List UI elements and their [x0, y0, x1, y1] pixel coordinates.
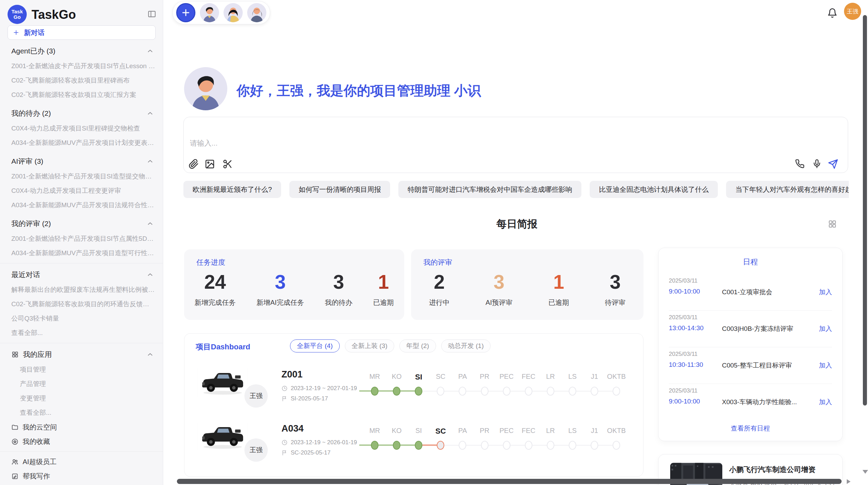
scroll-right-arrow-icon[interactable] [847, 479, 851, 484]
stat-label: 新增完成任务 [194, 298, 236, 307]
event-title: C001-立项审批会 [722, 288, 772, 297]
horizontal-scrollbar[interactable] [177, 479, 842, 484]
scissors-icon[interactable] [222, 159, 233, 169]
recent-chat-item[interactable]: C02-飞腾新能源轻客改款项目的闭环通告反馈情况 [0, 297, 163, 311]
milestone-dot [415, 387, 422, 396]
sidebar-section-3-header[interactable]: 我的评审 (2) [0, 216, 163, 232]
people-icon [11, 458, 19, 465]
dashboard-filter-chip[interactable]: 动总开发 (1) [441, 339, 491, 352]
news-title: 小鹏飞行汽车制造公司增资 [729, 465, 816, 474]
app-item[interactable]: 项目管理 [0, 362, 163, 377]
sidebar-tool-label: 帮我写作 [23, 472, 50, 481]
apps-view-all-link[interactable]: 查看全部... [0, 406, 163, 420]
project-row[interactable]: 王强Z0012023-12-19 ~ 2027-01-19SI-2025-05-… [184, 360, 643, 414]
dashboard-filter-chip[interactable]: 年型 (2) [399, 339, 436, 352]
milestone-label: OKTB [605, 427, 627, 435]
recent-view-all-link[interactable]: 查看全部... [0, 326, 163, 340]
stat-block: 3新增AI完成任务 [256, 271, 304, 307]
sidebar-task-item[interactable]: C0X4-动力总成开发项目SI里程碑提交物检查 [0, 121, 163, 136]
project-code: A034 [281, 423, 304, 434]
project-row-partial[interactable] [184, 469, 643, 477]
app-item[interactable]: 变更管理 [0, 391, 163, 406]
sidebar-tool-item[interactable]: AI超级员工 [0, 455, 163, 469]
recent-chats-header[interactable]: 最近对话 [0, 267, 163, 283]
event-time: 9:00-10:00 [669, 288, 700, 295]
collapse-sidebar-icon[interactable] [147, 10, 156, 18]
scroll-down-arrow-icon[interactable] [863, 470, 868, 474]
view-all-schedule-link[interactable]: 查看所有日程 [659, 424, 842, 433]
project-row[interactable]: 王强A0342023-12-19 ~ 2026-01-19SC-2025-05-… [184, 414, 643, 469]
chat-input[interactable]: 请输入... [183, 117, 848, 173]
stat-block: 24新增完成任务 [194, 271, 236, 307]
suggestion-chip[interactable]: 欧洲新规最近颁布了什么? [183, 181, 281, 198]
sidebar-tool-item[interactable]: 创意制图 [0, 483, 163, 485]
new-chat-button[interactable]: 新对话 [8, 25, 156, 40]
stat-row: 2进行中3AI预评审1已逾期3待评审 [411, 271, 643, 316]
sidebar-section-2-header[interactable]: AI评审 (3) [0, 153, 163, 169]
chevron-up-icon[interactable] [146, 158, 154, 165]
divider [0, 263, 163, 263]
add-agent-button[interactable] [176, 3, 195, 22]
sidebar-scroll: Agent已办 (3)Z001-全新燃油皮卡产品开发项目SI节点Lesson L… [0, 40, 163, 485]
sidebar-section-1-header[interactable]: 我的待办 (2) [0, 105, 163, 121]
sidebar-task-item[interactable]: Z001-全新燃油轻卡产品开发项目SI节点属性5D文件评审 [0, 232, 163, 246]
user-avatar[interactable]: 王强 [844, 3, 861, 20]
bell-icon[interactable] [827, 8, 837, 18]
milestone-label: LR [540, 427, 562, 435]
chevron-up-icon[interactable] [146, 110, 154, 117]
owner-badge: 王强 [244, 384, 268, 408]
mic-icon[interactable] [812, 159, 822, 169]
recent-chat-item[interactable]: 公司Q3轻卡销量 [0, 311, 163, 326]
chevron-up-icon[interactable] [146, 351, 154, 358]
sidebar-task-item[interactable]: Z001-全新燃油轻卡产品开发项目SI造型提交物评审 [0, 169, 163, 184]
sidebar-link-star-circle[interactable]: 我的收藏 [0, 434, 163, 449]
layout-grid-icon[interactable] [828, 220, 837, 228]
suggestion-chip[interactable]: 如何写一份清晰的项目周报 [289, 181, 390, 198]
suggestion-chip[interactable]: 特朗普可能对进口汽车增税会对中国车企造成哪些影响 [398, 181, 581, 198]
flag-icon [281, 450, 288, 456]
sidebar-section-0-header[interactable]: Agent已办 (3) [0, 43, 163, 59]
chevron-up-icon[interactable] [146, 220, 154, 227]
sidebar-task-item[interactable]: A034-全新新能源MUV产品开发项目造型可行性评审 [0, 246, 163, 260]
paperclip-icon[interactable] [189, 159, 199, 169]
dashboard-filter-chip[interactable]: 全新上装 (3) [345, 339, 395, 352]
stat-block: 3AI预评审 [485, 271, 513, 307]
divider [0, 343, 163, 343]
schedule-event: 2025/03/1110:30-11:30C005-整车工程目标评审加入 [659, 347, 842, 384]
greeting-text: 你好，王强，我是你的项目管理助理 小识 [237, 82, 481, 100]
stat-value: 24 [204, 271, 226, 293]
send-icon[interactable] [828, 159, 838, 169]
vertical-scrollbar[interactable] [863, 15, 867, 406]
milestone-label: PEC [496, 427, 518, 435]
join-button[interactable]: 加入 [819, 288, 832, 297]
join-button[interactable]: 加入 [819, 398, 832, 407]
phone-icon[interactable] [795, 159, 805, 169]
image-icon[interactable] [205, 159, 215, 169]
app-item[interactable]: 产品管理 [0, 377, 163, 391]
stat-label: 新增AI完成任务 [256, 298, 304, 307]
sidebar-task-item[interactable]: C02-飞腾新能源轻客改款项目里程碑画布 [0, 73, 163, 88]
input-placeholder: 请输入... [190, 138, 218, 148]
suggestion-chip[interactable]: 当下年轻人对汽车外观有怎样的喜好趋势 [726, 181, 849, 198]
event-title: C003|H0B-方案冻结评审 [722, 324, 793, 333]
agent-avatar-1[interactable] [200, 3, 219, 22]
join-button[interactable]: 加入 [819, 361, 832, 370]
sidebar-task-item[interactable]: A034-全新新能源MUV产品开发项目法规符合性评审 [0, 198, 163, 212]
chevron-up-icon[interactable] [146, 47, 154, 55]
milestone-label: LS [562, 427, 583, 435]
my-apps-header[interactable]: 我的应用 [0, 347, 163, 362]
sidebar-task-item[interactable]: A034-全新新能源MUV产品开发项目计划变更表编写 [0, 136, 163, 150]
recent-chat-item[interactable]: 解释最新出台的欧盟报废车法规再生塑料比例被调至15%... [0, 283, 163, 297]
sidebar-task-item[interactable]: C02-飞腾新能源轻客改款项目立项汇报方案 [0, 88, 163, 102]
sidebar-tool-item[interactable]: 帮我写作 [0, 469, 163, 483]
sidebar-task-item[interactable]: Z001-全新燃油皮卡产品开发项目SI节点Lesson Learn报告 [0, 59, 163, 73]
join-button[interactable]: 加入 [819, 324, 832, 333]
sidebar-link-folder[interactable]: 我的云空间 [0, 420, 163, 434]
event-title: C005-整车工程目标评审 [722, 361, 792, 370]
suggestion-chip[interactable]: 比亚迪全固态电池计划具体说了什么 [590, 181, 718, 198]
chevron-up-icon[interactable] [146, 271, 154, 278]
agent-avatar-2[interactable] [224, 3, 243, 22]
dashboard-filter-chip[interactable]: 全新平台 (4) [290, 339, 340, 352]
agent-avatar-3[interactable] [247, 3, 266, 22]
sidebar-task-item[interactable]: C0X4-动力总成开发项目工程变更评审 [0, 184, 163, 198]
